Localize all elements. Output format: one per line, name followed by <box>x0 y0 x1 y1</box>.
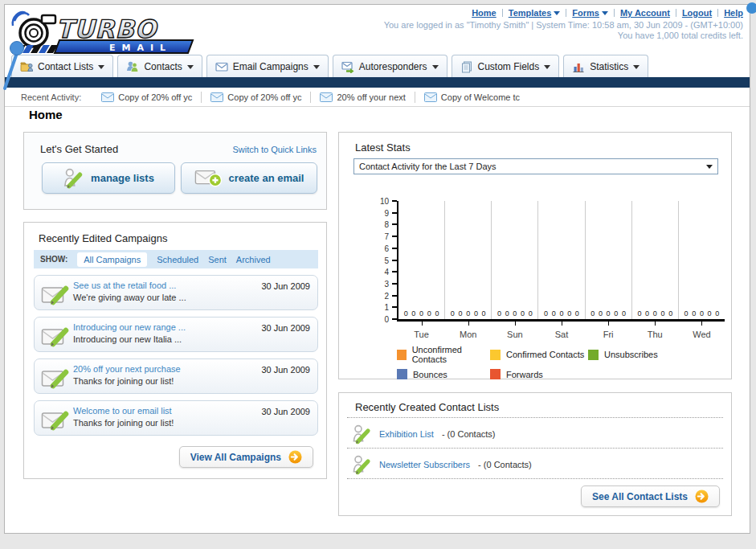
manage-lists-button[interactable]: manage lists <box>42 162 175 194</box>
campaign-date: 30 Jun 2009 <box>261 323 310 333</box>
legend-label: Confirmed Contacts <box>506 350 584 359</box>
pages-icon <box>460 60 473 73</box>
tab-custom-fields[interactable]: Custom Fields <box>452 55 560 78</box>
envelope-icon <box>424 92 437 102</box>
recent-activity-item[interactable]: Copy of 20% off yc <box>202 92 311 103</box>
top-link-help[interactable]: Help <box>724 8 743 18</box>
contact-list-count: - (0 Contacts) <box>442 429 496 439</box>
button-label: create an email <box>229 172 304 184</box>
y-tick-label: 5 <box>384 256 389 265</box>
recent-activity-text: Copy of 20% off yc <box>118 92 192 102</box>
view-all-campaigns-button[interactable]: View All Campaigns <box>179 446 313 468</box>
chevron-down-icon <box>313 65 320 69</box>
tab-label: Statistics <box>590 61 628 72</box>
see-all-contact-lists-button[interactable]: See All Contact Lists <box>581 485 720 507</box>
chart-group: 00000Tue <box>398 201 444 319</box>
y-tick-label: 7 <box>384 232 389 241</box>
envelope-icon <box>210 92 223 102</box>
x-tick-label: Wed <box>679 330 725 339</box>
recent-activity-item[interactable]: 20% off your next <box>311 92 415 103</box>
campaign-subtitle: Introducing our new Italia ... <box>73 334 182 344</box>
filter-scheduled[interactable]: Scheduled <box>157 255 198 264</box>
envelope-plus-icon <box>194 168 222 188</box>
show-label: SHOW: <box>40 255 67 264</box>
arrow-right-icon <box>695 490 709 503</box>
recent-campaigns-panel: Recently Edited Campaigns SHOW: All Camp… <box>23 222 327 479</box>
tab-contacts[interactable]: Contacts <box>117 55 202 78</box>
x-tick-mark <box>562 322 562 326</box>
campaign-date: 30 Jun 2009 <box>261 407 310 416</box>
logged-in-text: You are logged in as "Timothy Smith" | S… <box>384 20 743 31</box>
legend-label: Bounces <box>413 370 447 379</box>
tab-autoresponders[interactable]: Autoresponders <box>333 55 447 78</box>
people-icon <box>126 60 139 73</box>
chart-y-axis: 012345678910 <box>363 201 397 319</box>
chart-value: 0 <box>708 309 712 318</box>
chevron-down-icon <box>633 65 640 69</box>
y-tick-label: 2 <box>384 292 389 301</box>
contact-list-count: - (0 Contacts) <box>478 460 532 469</box>
campaign-date: 30 Jun 2009 <box>261 281 310 291</box>
chart-value-labels: 00000 <box>540 309 582 318</box>
chart-value: 0 <box>660 309 664 318</box>
chart-value: 0 <box>459 309 463 318</box>
person-pencil-icon <box>352 453 371 476</box>
tab-statistics[interactable]: Statistics <box>563 55 648 78</box>
recent-activity-item[interactable]: Copy of Welcome tc <box>415 92 529 103</box>
person-pencil-icon <box>63 167 84 189</box>
y-tick-label: 0 <box>384 315 389 324</box>
recent-activity-label: Recent Activity: <box>21 92 81 102</box>
chart-value: 0 <box>505 309 509 318</box>
campaign-title-link[interactable]: See us at the retail food ... <box>73 281 176 290</box>
stats-title: Latest Stats <box>355 141 411 154</box>
x-tick-mark <box>515 322 516 326</box>
y-tick-label: 3 <box>384 280 389 289</box>
top-link-my-account[interactable]: My Account <box>620 8 670 18</box>
envelope-pencil-icon <box>41 366 70 390</box>
tab-contact-lists[interactable]: Contact Lists <box>11 55 113 78</box>
application-window: TURBO EMAIL Home Templates Forms My Acco… <box>0 0 756 549</box>
chart-group: 00000Thu <box>631 201 678 319</box>
chevron-down-icon <box>706 165 713 169</box>
button-label: See All Contact Lists <box>592 491 688 502</box>
chart-value: 0 <box>529 309 533 318</box>
filter-all-campaigns[interactable]: All Campaigns <box>77 252 147 267</box>
envelope-icon <box>101 92 114 102</box>
campaign-subtitle: Thanks for joining our list! <box>73 418 174 428</box>
tab-email-campaigns[interactable]: Email Campaigns <box>206 55 329 78</box>
campaign-title-link[interactable]: Welcome to our email list <box>73 406 172 416</box>
chart-value: 0 <box>513 309 517 318</box>
filter-sent[interactable]: Sent <box>208 255 227 264</box>
x-tick-mark <box>608 322 609 326</box>
contact-list-link[interactable]: Newsletter Subscribers <box>379 460 470 469</box>
stats-period-select[interactable]: Contact Activity for the Last 7 Days <box>353 158 718 174</box>
top-link-logout[interactable]: Logout <box>682 8 712 18</box>
chart-value-labels: 00000 <box>493 309 536 318</box>
recent-activity-text: Copy of 20% off yc <box>227 92 301 102</box>
top-link-templates[interactable]: Templates <box>509 8 561 18</box>
turbo-email-logo[interactable]: TURBO EMAIL <box>10 8 196 55</box>
chart-value: 0 <box>497 309 501 318</box>
top-link-home[interactable]: Home <box>472 8 497 18</box>
chart-value: 0 <box>715 309 719 318</box>
contact-list-link[interactable]: Exhibition List <box>379 429 434 439</box>
create-email-button[interactable]: create an email <box>181 162 317 194</box>
x-tick-mark <box>468 322 469 326</box>
recent-activity-item[interactable]: Copy of 20% off yc <box>92 92 202 103</box>
x-tick-label: Sun <box>492 330 537 339</box>
chart-value-labels: 00000 <box>634 309 676 318</box>
top-link-forms[interactable]: Forms <box>572 8 608 18</box>
get-started-title: Let's Get Started <box>40 143 118 155</box>
help-balloon-icon[interactable] <box>746 2 756 14</box>
credits-text: You have 1,000 total credits left. <box>384 31 743 41</box>
envelope-pencil-icon <box>41 324 70 348</box>
chart-value: 0 <box>482 309 486 318</box>
campaign-title-link[interactable]: Introducing our new range ... <box>73 322 186 332</box>
chart-value-labels: 00000 <box>587 309 630 318</box>
legend-label: Forwards <box>506 370 543 379</box>
filter-archived[interactable]: Archived <box>236 255 271 264</box>
switch-to-quick-links[interactable]: Switch to Quick Links <box>232 145 317 154</box>
recent-contact-lists-panel: Recently Created Contact Lists Exhibitio… <box>338 392 732 516</box>
chart-value: 0 <box>700 309 704 318</box>
campaign-title-link[interactable]: 20% off your next purchase <box>73 364 181 374</box>
